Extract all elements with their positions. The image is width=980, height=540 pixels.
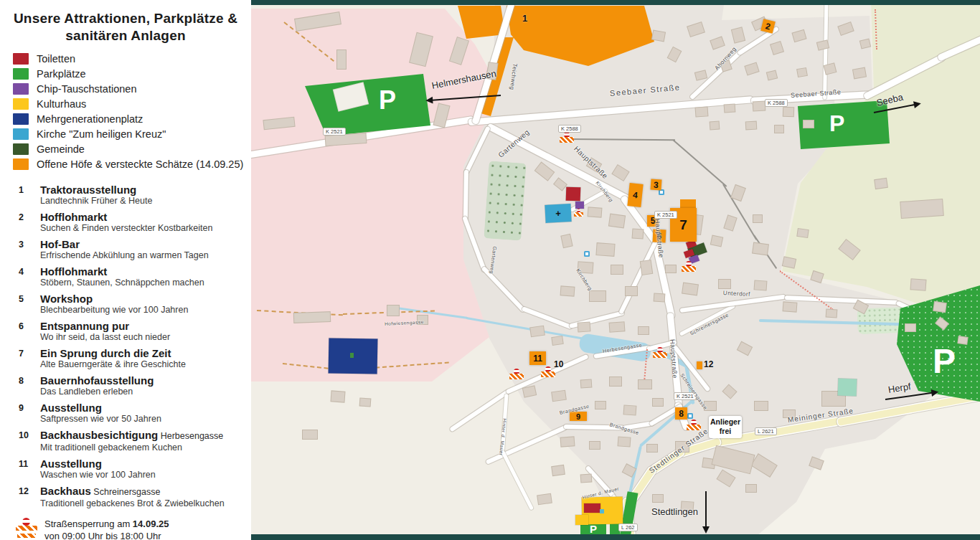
attraction-title: Ein Sprung durch die Zeit [40, 347, 186, 359]
building [695, 70, 707, 80]
building [581, 475, 592, 483]
building [263, 118, 294, 129]
map-marker-4: 4 [627, 183, 643, 207]
building [783, 302, 797, 311]
attraction-item: 1TraktorausstellungLandtechnik Früher & … [19, 184, 251, 207]
building [552, 391, 565, 401]
attraction-title: Hof-Bar [40, 238, 209, 250]
building [725, 216, 737, 231]
building [717, 470, 735, 486]
amenity-icon [687, 413, 693, 419]
building [696, 107, 708, 116]
building [387, 305, 399, 316]
attraction-number: 2 [19, 211, 40, 234]
legend-label: Parkplätze [37, 68, 86, 80]
attraction-item: 2HofflohmarktSuchen & Finden versteckter… [19, 211, 251, 234]
attraction-number: 10 [19, 429, 40, 453]
building [590, 442, 600, 449]
legend-item: Mehrgenerationenplatz [13, 112, 251, 127]
attraction-item: 4HofflohmarktStöbern, Staunen, Schnäppch… [19, 265, 251, 288]
attraction-title: Bauernhofausstellung [40, 374, 154, 387]
tree-icon [350, 353, 354, 358]
road-barrier-icon [16, 518, 37, 539]
attraction-number: 5 [19, 293, 40, 316]
attraction-number: 4 [19, 265, 40, 288]
building [875, 179, 887, 189]
building [523, 386, 536, 397]
flyer-map-page: Unsere Attraktionen, Parkplätze & sanitä… [0, 0, 980, 540]
attraction-title: Hofflohmarkt [40, 265, 204, 278]
legend-label: Gemeinde [37, 143, 85, 155]
building [753, 102, 765, 111]
legend-color-swatch [13, 158, 29, 170]
closure-hours: von 09:00 Uhr bis 18:00 Uhr [44, 531, 161, 540]
attraction-item: 11AusstellungWaschen wie vor 100 Jahren [19, 458, 251, 480]
legend-color-swatch [13, 128, 29, 140]
road-barrier-icon [682, 261, 696, 272]
building [746, 485, 756, 492]
toilets-building [566, 187, 581, 202]
building [610, 322, 625, 331]
building [450, 37, 468, 64]
building [295, 12, 341, 31]
building [561, 235, 572, 247]
attraction-description: Saftpressen wie vor 50 Jahren [40, 414, 161, 425]
building [652, 31, 665, 42]
building [294, 312, 330, 323]
building [666, 265, 676, 273]
road-badge: K 2588 [765, 99, 788, 107]
event-building [697, 361, 702, 369]
building [719, 280, 730, 288]
legend-color-swatch [13, 113, 29, 125]
attraction-description: Landtechnik Früher & Heute [40, 196, 152, 207]
building [609, 214, 625, 228]
road-barrier-icon [541, 366, 555, 377]
building [561, 286, 575, 295]
attraction-description: Erfrischende Abkühlung an warmen Tagen [40, 250, 209, 261]
attraction-description: Waschen wie vor 100 Jahren [40, 470, 156, 480]
building [590, 291, 606, 301]
map-marker-12: 12 [704, 359, 713, 369]
building [641, 260, 652, 275]
legend-label: Mehrgenerationenplatz [37, 113, 143, 125]
building [588, 207, 602, 217]
building [826, 310, 837, 318]
attraction-description: Wo ihr seid, da lasst euch nieder [40, 332, 170, 343]
attraction-title: Workshop [40, 293, 188, 305]
building [752, 454, 777, 476]
attraction-title: Backhausbesichtigung Herbesengasse [40, 429, 223, 442]
building [839, 240, 860, 259]
road-barrier-icon [687, 420, 701, 430]
road-barrier-icon [560, 132, 574, 143]
village-map: P P P P + 1 2 3 4 [251, 0, 980, 540]
map-legend: ToilettenParkplätzeChip-TauschstationenK… [13, 52, 251, 172]
building [811, 271, 823, 283]
building [854, 300, 868, 313]
building [712, 446, 755, 473]
building [900, 199, 943, 218]
legend-item: Gemeinde [13, 142, 251, 157]
legend-label: Offene Höfe & versteckte Schätze (14.09.… [37, 158, 243, 170]
building [360, 399, 371, 407]
attraction-number: 3 [19, 238, 40, 261]
building [905, 324, 915, 331]
legend-item: Toiletten [13, 52, 251, 67]
attraction-description: Das Landleben erleben [40, 387, 154, 397]
chip-exchange-station [575, 202, 584, 209]
attraction-title: Backhaus Schreinersgasse [40, 485, 225, 498]
building [783, 257, 796, 267]
road-barrier-icon [653, 347, 667, 358]
attraction-title: Hofflohmarkt [40, 211, 212, 223]
building [838, 22, 853, 34]
attraction-title: Ausstellung [40, 458, 156, 470]
attraction-title: Traktorausstellung [40, 184, 152, 196]
building [824, 63, 836, 74]
attraction-description: Suchen & Finden versteckter Kostbarkeite… [40, 223, 212, 234]
road-badge: L 262 [618, 524, 638, 531]
road-barrier-icon [574, 209, 583, 217]
building [933, 302, 946, 312]
building [537, 494, 551, 504]
building [337, 50, 346, 69]
map-marker-9: 9 [570, 412, 587, 421]
building [793, 30, 806, 42]
